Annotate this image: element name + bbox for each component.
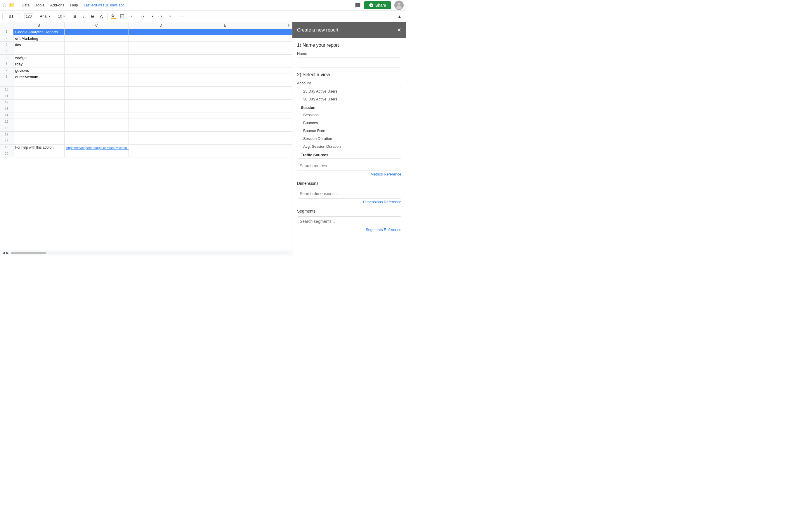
cell-f14[interactable] bbox=[257, 113, 292, 119]
cell-b15[interactable] bbox=[13, 119, 64, 125]
cell-d9[interactable] bbox=[129, 80, 193, 86]
cell-f18[interactable] bbox=[257, 138, 292, 144]
cell-b4[interactable] bbox=[13, 48, 64, 54]
cell-b17[interactable] bbox=[13, 132, 64, 138]
font-size-selector[interactable]: 10 ▼ bbox=[56, 12, 67, 21]
cell-d2[interactable] bbox=[129, 35, 193, 41]
cell-b2[interactable]: ent Marketing bbox=[13, 35, 64, 41]
table-row[interactable]: 4 bbox=[0, 48, 292, 55]
cell-f2[interactable] bbox=[257, 35, 292, 41]
font-name-selector[interactable]: Arial ▼ bbox=[38, 12, 52, 21]
cell-b11[interactable] bbox=[13, 93, 64, 99]
cell-b1[interactable]: Google Analytics Reports bbox=[13, 29, 64, 35]
cell-f16[interactable] bbox=[257, 125, 292, 131]
cell-e18[interactable] bbox=[193, 138, 257, 144]
nav-left-arrow[interactable]: ◀ bbox=[2, 251, 5, 255]
menu-help[interactable]: Help bbox=[68, 2, 80, 8]
metric-item-bounces[interactable]: Bounces bbox=[297, 119, 401, 127]
cell-d4[interactable] bbox=[129, 48, 193, 54]
cell-c16[interactable] bbox=[64, 125, 129, 131]
cell-c13[interactable] bbox=[64, 106, 129, 112]
cell-b8[interactable]: ourceMedium bbox=[13, 74, 64, 80]
cell-d20[interactable] bbox=[129, 151, 193, 157]
cell-e9[interactable] bbox=[193, 80, 257, 86]
align-button[interactable]: ▼ bbox=[139, 12, 147, 21]
cell-f19[interactable] bbox=[257, 145, 292, 151]
merge-button[interactable]: ▼ bbox=[127, 12, 135, 21]
menu-addons[interactable]: Add-ons bbox=[48, 2, 66, 8]
cell-c2[interactable] bbox=[64, 35, 129, 41]
table-row[interactable]: 8ourceMedium bbox=[0, 74, 292, 80]
cell-e1[interactable] bbox=[193, 29, 257, 35]
valign-button[interactable]: ▼ bbox=[147, 12, 156, 21]
cell-f7[interactable] bbox=[257, 67, 292, 73]
col-header-f[interactable]: F bbox=[257, 22, 292, 29]
cell-b12[interactable] bbox=[13, 99, 64, 106]
cell-c8[interactable] bbox=[64, 74, 129, 80]
metric-item-bounce-rate[interactable]: Bounce Rate bbox=[297, 127, 401, 134]
cell-f1[interactable] bbox=[257, 29, 292, 35]
cell-d18[interactable] bbox=[129, 138, 193, 144]
cell-b10[interactable] bbox=[13, 87, 64, 93]
cell-f20[interactable] bbox=[257, 151, 292, 157]
more-button[interactable]: ··· bbox=[177, 12, 185, 21]
table-row[interactable]: 2ent Marketing bbox=[0, 35, 292, 42]
cell-b19[interactable]: For help with this add-on: bbox=[13, 145, 64, 151]
cell-d17[interactable] bbox=[129, 132, 193, 138]
metric-item-session-duration[interactable]: Session Duration bbox=[297, 134, 401, 143]
cell-f12[interactable] bbox=[257, 99, 292, 106]
table-row[interactable]: 19For help with this add-on:https://deve… bbox=[0, 145, 292, 151]
cell-e17[interactable] bbox=[193, 132, 257, 138]
cell-c10[interactable] bbox=[64, 87, 129, 93]
cell-d15[interactable] bbox=[129, 119, 193, 125]
cell-e16[interactable] bbox=[193, 125, 257, 131]
col-header-e[interactable]: E bbox=[193, 22, 257, 29]
cell-c9[interactable] bbox=[64, 80, 129, 86]
user-avatar[interactable] bbox=[394, 1, 404, 10]
bold-button[interactable]: B bbox=[71, 12, 79, 21]
cell-d10[interactable] bbox=[129, 87, 193, 93]
fill-color-button[interactable] bbox=[109, 12, 117, 21]
comment-button[interactable] bbox=[352, 0, 363, 10]
cell-d11[interactable] bbox=[129, 93, 193, 99]
wrap-button[interactable]: ▼ bbox=[156, 12, 165, 21]
star-icon[interactable]: ☆ bbox=[2, 2, 6, 8]
cell-c20[interactable] bbox=[64, 151, 129, 157]
table-row[interactable]: 14 bbox=[0, 113, 292, 119]
cell-c19[interactable]: https://developers.google.com/analytics/… bbox=[64, 145, 129, 151]
table-row[interactable]: 15 bbox=[0, 119, 292, 125]
cell-b6[interactable]: rday bbox=[13, 61, 64, 67]
cell-b20[interactable] bbox=[13, 151, 64, 157]
metrics-search-input[interactable] bbox=[297, 161, 401, 171]
table-row[interactable]: 13 bbox=[0, 106, 292, 113]
metric-item-sessions[interactable]: Sessions bbox=[297, 111, 401, 119]
cell-d1[interactable] bbox=[129, 29, 193, 35]
metric-item-30day[interactable]: 30 Day Active Users bbox=[297, 95, 401, 103]
borders-button[interactable] bbox=[118, 12, 126, 21]
cell-b5[interactable]: wsAgo bbox=[13, 55, 64, 61]
collapse-button[interactable]: ▲ bbox=[396, 12, 404, 21]
cell-f13[interactable] bbox=[257, 106, 292, 112]
table-row[interactable]: 7geviews bbox=[0, 67, 292, 74]
cell-reference-input[interactable] bbox=[2, 13, 20, 19]
table-row[interactable]: 17 bbox=[0, 132, 292, 138]
type-selector[interactable]: 123 bbox=[24, 13, 33, 19]
cell-f15[interactable] bbox=[257, 119, 292, 125]
cell-e10[interactable] bbox=[193, 87, 257, 93]
cell-b9[interactable] bbox=[13, 80, 64, 86]
cell-c3[interactable] bbox=[64, 42, 129, 48]
metrics-reference-link[interactable]: Metrics Reference bbox=[297, 172, 401, 176]
cell-f6[interactable] bbox=[257, 61, 292, 67]
cell-f11[interactable] bbox=[257, 93, 292, 99]
cell-f4[interactable] bbox=[257, 48, 292, 54]
cell-b18[interactable] bbox=[13, 138, 64, 144]
cell-c15[interactable] bbox=[64, 119, 129, 125]
table-row[interactable]: 3tics bbox=[0, 42, 292, 48]
cell-d13[interactable] bbox=[129, 106, 193, 112]
table-row[interactable]: 11 bbox=[0, 93, 292, 99]
cell-e8[interactable] bbox=[193, 74, 257, 80]
segments-reference-link[interactable]: Segments Reference bbox=[297, 228, 401, 232]
cell-d19[interactable] bbox=[129, 145, 193, 151]
cell-c17[interactable] bbox=[64, 132, 129, 138]
table-row[interactable]: 9 bbox=[0, 80, 292, 87]
